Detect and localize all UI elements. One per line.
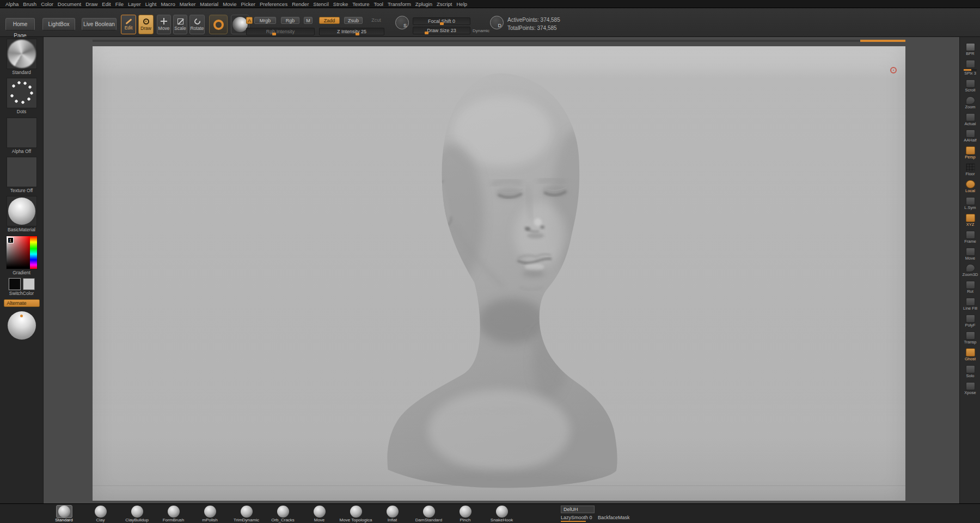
brush-item[interactable]: Pinch: [447, 504, 483, 523]
menu-item[interactable]: Edit: [100, 1, 113, 7]
menu-item[interactable]: Light: [143, 1, 159, 7]
mrgb-button[interactable]: Mrgb: [254, 17, 276, 24]
brush-item[interactable]: Move: [301, 504, 338, 523]
draw-button[interactable]: Draw: [138, 15, 154, 34]
right-shelf-item[interactable]: Persp: [960, 145, 980, 162]
right-shelf-item[interactable]: SPix 3: [960, 58, 980, 78]
menu-item[interactable]: Brush: [21, 1, 39, 7]
texture-off-thumbnail[interactable]: [7, 157, 37, 187]
lightbox-button[interactable]: LightBox: [42, 18, 75, 30]
menu-item[interactable]: Picker: [239, 1, 258, 7]
hue-strip[interactable]: [30, 236, 37, 269]
rgb-button[interactable]: Rgb: [281, 17, 299, 24]
menu-item[interactable]: File: [113, 1, 126, 7]
right-shelf-item[interactable]: PolyF: [960, 313, 980, 330]
sculpt-canvas[interactable]: [93, 46, 905, 501]
stroke-preview-button[interactable]: [209, 15, 228, 34]
deluh-button[interactable]: DelUH: [561, 506, 595, 513]
menu-item[interactable]: Preferences: [258, 1, 290, 7]
main-color-swatch[interactable]: [9, 278, 21, 290]
menu-item[interactable]: Alpha: [3, 1, 21, 7]
right-shelf-item[interactable]: Local: [960, 179, 980, 195]
pivot-target-icon[interactable]: [890, 67, 897, 73]
focal-shift-slider[interactable]: Focal Shift 0: [413, 17, 470, 25]
menu-item[interactable]: Material: [198, 1, 220, 7]
brush-item[interactable]: Orb_Cracks: [265, 504, 301, 523]
menu-item[interactable]: Texture: [350, 1, 371, 7]
brush-item[interactable]: Standard: [46, 504, 82, 523]
brush-item[interactable]: ClayBuildup: [119, 504, 155, 523]
menu-item[interactable]: Movie: [220, 1, 238, 7]
brush-item[interactable]: Inflat: [374, 504, 411, 523]
menu-item[interactable]: Stencil: [311, 1, 331, 7]
right-shelf-item[interactable]: Zoom3D: [960, 262, 980, 279]
right-shelf-item[interactable]: BPR: [960, 41, 980, 58]
material-picker[interactable]: BasicMaterial: [0, 196, 43, 232]
draw-size-slider[interactable]: Draw Size 23: [413, 27, 470, 34]
right-shelf-item[interactable]: Move: [960, 246, 980, 263]
menu-item[interactable]: Stroke: [331, 1, 350, 7]
texture-picker[interactable]: Texture Off: [0, 157, 43, 193]
dynamic-mode-label[interactable]: Dynamic: [473, 28, 489, 33]
alpha-off-thumbnail[interactable]: [7, 118, 37, 148]
zcut-button[interactable]: Zcut: [368, 17, 384, 24]
light-placement-sphere[interactable]: [8, 311, 36, 340]
z-intensity-slider[interactable]: Z Intensity 25: [319, 28, 384, 35]
brush-item[interactable]: FormBrush: [155, 504, 192, 523]
color-picker[interactable]: 1 Gradient: [0, 236, 43, 275]
zadd-button[interactable]: Zadd: [319, 17, 340, 24]
right-shelf-item[interactable]: Transp: [960, 330, 980, 347]
color-gradient-picker[interactable]: 1: [6, 236, 38, 269]
backfacemask-button[interactable]: BackfaceMask: [598, 515, 630, 520]
menu-item[interactable]: Help: [455, 1, 470, 7]
live-boolean-button[interactable]: Live Boolean: [82, 18, 117, 30]
menu-item[interactable]: Transform: [385, 1, 413, 7]
home-page-button[interactable]: Home Page: [5, 18, 35, 30]
right-shelf-item[interactable]: Line Fill: [960, 296, 980, 313]
brush-item[interactable]: Clay: [82, 504, 119, 523]
brush-picker[interactable]: Standard: [0, 39, 43, 75]
material-thumbnail[interactable]: [7, 196, 37, 226]
channel-a-toggle[interactable]: A: [246, 17, 253, 24]
right-shelf-item[interactable]: AAHalf: [960, 128, 980, 145]
menu-item[interactable]: Marker: [177, 1, 198, 7]
current-color-swatch[interactable]: 1: [8, 237, 14, 243]
secondary-color-swatch[interactable]: [23, 278, 35, 290]
menu-item[interactable]: Zscript: [434, 1, 455, 7]
brush-thumbnail[interactable]: [7, 39, 37, 69]
stroke-picker[interactable]: Dots: [0, 78, 43, 114]
right-shelf-item[interactable]: Scroll: [960, 78, 980, 95]
spix-slider[interactable]: [964, 69, 977, 71]
sculpt-head-model[interactable]: [357, 64, 641, 496]
alternate-button[interactable]: Alternate: [4, 299, 40, 307]
menu-item[interactable]: Tool: [371, 1, 385, 7]
brush-item[interactable]: mPolish: [192, 504, 228, 523]
canvas-scrollbar-thumb[interactable]: [860, 40, 905, 42]
right-shelf-item[interactable]: L.Sym: [960, 195, 980, 212]
dynamic-draw-size-toggle[interactable]: D: [490, 16, 504, 29]
canvas-scrollbar-track[interactable]: [93, 40, 905, 42]
right-shelf-item[interactable]: Floor: [960, 162, 980, 179]
switch-color[interactable]: SwitchColor: [0, 278, 43, 296]
dots-stroke-icon[interactable]: [7, 78, 37, 108]
right-shelf-item[interactable]: Frame: [960, 229, 980, 246]
zsub-button[interactable]: Zsub: [344, 17, 363, 24]
menu-item[interactable]: Layer: [126, 1, 143, 7]
menu-item[interactable]: Render: [290, 1, 311, 7]
sculptris-pro-toggle[interactable]: S: [395, 16, 409, 29]
alpha-picker[interactable]: Alpha Off: [0, 118, 43, 154]
menu-item[interactable]: Color: [39, 1, 56, 7]
right-shelf-item[interactable]: Xpose: [960, 380, 980, 397]
right-shelf-item[interactable]: Solo: [960, 364, 980, 380]
right-shelf-item[interactable]: Rot: [960, 279, 980, 296]
move-button[interactable]: Move: [157, 15, 171, 34]
right-shelf-item[interactable]: Actual: [960, 112, 980, 128]
brush-item[interactable]: Move Topologica: [338, 504, 374, 523]
right-shelf-item[interactable]: Zoom: [960, 95, 980, 112]
edit-button[interactable]: Edit: [121, 15, 136, 34]
rotate-button[interactable]: Rotate: [189, 15, 205, 34]
menu-item[interactable]: Zplugin: [413, 1, 434, 7]
right-shelf-item[interactable]: XYZ: [960, 212, 980, 229]
lazysmooth-slider[interactable]: LazySmooth 0: [561, 515, 592, 522]
rgb-intensity-slider[interactable]: Rgb Intensity: [246, 28, 315, 35]
